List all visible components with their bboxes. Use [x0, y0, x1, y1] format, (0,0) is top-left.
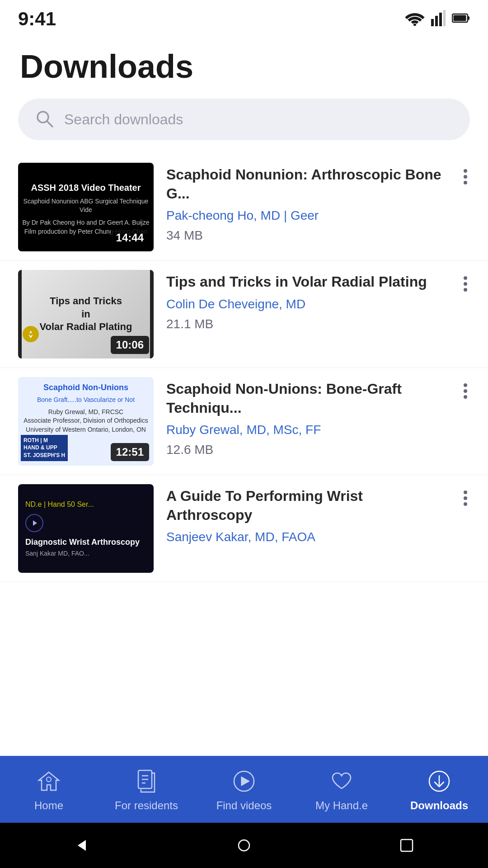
- svg-rect-6: [454, 15, 466, 21]
- video-title: A Guide To Performing Wrist Arthroscopy: [166, 487, 448, 524]
- video-size: 12.6 MB: [166, 443, 448, 457]
- svg-rect-22: [401, 840, 413, 851]
- thumb-logo: [23, 326, 39, 342]
- status-time: 9:41: [18, 8, 56, 30]
- video-thumbnail: Scaphoid Non-Unions Bone Graft.....to Va…: [18, 377, 154, 466]
- signal-icon: [431, 10, 446, 28]
- video-thumbnail: Tips and TricksinVolar Radial Plating 10…: [18, 270, 154, 359]
- video-title: Scaphoid Non-Unions: Bone-Graft Techniqu…: [166, 380, 448, 417]
- more-options-button[interactable]: [461, 165, 470, 189]
- document-icon: [134, 769, 159, 794]
- nav-item-myhand[interactable]: My Hand.e: [293, 769, 390, 812]
- more-options-button[interactable]: [461, 379, 470, 403]
- svg-rect-3: [439, 13, 442, 26]
- page-title: Downloads: [0, 34, 488, 99]
- video-size: 34 MB: [166, 228, 448, 243]
- svg-marker-17: [241, 777, 249, 786]
- nav-label-downloads: Downloads: [410, 799, 468, 812]
- nav-item-downloads[interactable]: Downloads: [390, 769, 488, 812]
- video-author: Sanjeev Kakar, MD, FAOA: [166, 530, 448, 544]
- svg-rect-4: [443, 10, 446, 26]
- bottom-navigation: Home For residents Find videos: [0, 756, 488, 823]
- android-navigation-bar: [0, 823, 488, 868]
- search-container: Search downloads: [0, 99, 488, 154]
- search-placeholder: Search downloads: [64, 111, 183, 128]
- status-icons: [405, 10, 470, 28]
- svg-rect-2: [435, 16, 438, 26]
- svg-line-9: [47, 121, 52, 127]
- video-author: Colin De Cheveigne, MD: [166, 297, 448, 311]
- recents-button[interactable]: [393, 832, 420, 859]
- more-options-button[interactable]: [461, 272, 470, 296]
- list-item[interactable]: Tips and TricksinVolar Radial Plating 10…: [0, 261, 488, 368]
- list-item[interactable]: Scaphoid Non-Unions Bone Graft.....to Va…: [0, 368, 488, 475]
- video-duration: 12:51: [111, 443, 149, 461]
- list-item[interactable]: ND.e | Hand 50 Ser... Diagnostic Wrist A…: [0, 475, 488, 582]
- battery-icon: [452, 13, 470, 25]
- svg-point-21: [239, 840, 249, 851]
- svg-rect-7: [468, 16, 469, 20]
- nav-label-residents: For residents: [115, 799, 178, 812]
- wifi-icon: [405, 10, 425, 28]
- heart-icon: [329, 769, 354, 794]
- list-item[interactable]: ASSH 2018 Video Theater Scaphoid Nonunio…: [0, 154, 488, 261]
- nav-item-videos[interactable]: Find videos: [195, 769, 293, 812]
- video-thumbnail: ND.e | Hand 50 Ser... Diagnostic Wrist A…: [18, 484, 154, 573]
- nav-label-home: Home: [34, 799, 63, 812]
- svg-rect-1: [431, 19, 434, 26]
- back-button[interactable]: [68, 832, 95, 859]
- video-info: A Guide To Performing Wrist Arthroscopy …: [166, 484, 448, 544]
- video-duration: 14:44: [111, 229, 149, 247]
- video-duration: 10:06: [111, 336, 149, 354]
- video-thumbnail: ASSH 2018 Video Theater Scaphoid Nonunio…: [18, 163, 154, 251]
- search-icon: [34, 108, 54, 130]
- video-author: Ruby Grewal, MD, MSc, FF: [166, 423, 448, 437]
- nav-label-videos: Find videos: [216, 799, 272, 812]
- svg-marker-20: [78, 840, 86, 851]
- search-bar[interactable]: Search downloads: [18, 99, 470, 140]
- video-title: Scaphoid Nonunion: Arthroscopic Bone G..…: [166, 165, 448, 203]
- nav-item-residents[interactable]: For residents: [98, 769, 195, 812]
- home-icon: [36, 769, 61, 794]
- video-info: Scaphoid Non-Unions: Bone-Graft Techniqu…: [166, 377, 448, 457]
- more-options-button[interactable]: [461, 486, 470, 510]
- video-author: Pak-cheong Ho, MD | Geer: [166, 208, 448, 223]
- svg-marker-10: [33, 520, 37, 526]
- download-icon: [427, 769, 452, 794]
- video-title: Tips and Tricks in Volar Radial Plating: [166, 273, 448, 292]
- video-info: Tips and Tricks in Volar Radial Plating …: [166, 270, 448, 331]
- home-button[interactable]: [230, 832, 258, 859]
- status-bar: 9:41: [0, 0, 488, 34]
- nav-item-home[interactable]: Home: [0, 769, 98, 812]
- nav-label-myhand: My Hand.e: [315, 799, 368, 812]
- video-size: 21.1 MB: [166, 317, 448, 331]
- play-icon: [231, 769, 257, 794]
- svg-point-0: [413, 24, 416, 26]
- svg-point-11: [47, 777, 51, 782]
- video-info: Scaphoid Nonunion: Arthroscopic Bone G..…: [166, 163, 448, 243]
